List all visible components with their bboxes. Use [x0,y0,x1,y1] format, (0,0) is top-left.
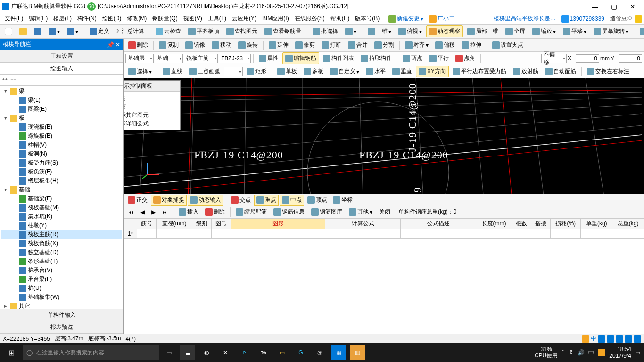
tray-clock[interactable]: 18:542017/9/4 [609,346,631,360]
ime-s-icon[interactable] [582,335,589,343]
menu-edit[interactable]: 编辑(E) [26,14,50,24]
menu-help[interactable]: 帮助(H) [328,14,353,24]
batchsel-button[interactable]: 批选择 [310,25,341,37]
zoom-button[interactable]: 缩放▾ [529,25,559,37]
single-button[interactable]: 单板 [274,66,300,77]
local3d-button[interactable]: 局部三维 [464,25,501,37]
tree-other[interactable]: 其它 [19,302,30,309]
tray-ime-icon[interactable]: 中 [588,349,594,357]
cloudcheck-button[interactable]: 云检查 [153,25,184,37]
grid-close[interactable]: 关闭 [376,206,393,218]
tree-sump[interactable]: 集水坑(K) [28,213,52,221]
customdef-button[interactable]: 自定义▾ [327,66,362,77]
tray-notif-icon[interactable]: ▭ [635,349,640,356]
arc3-button[interactable]: 三点画弧 [186,66,223,77]
cell[interactable] [192,229,211,239]
x-input[interactable] [576,54,599,63]
corner-button[interactable]: 点角 [453,52,478,64]
tab-engineering[interactable]: 工程设置 [0,50,123,63]
menu-floor[interactable]: 楼层(L) [50,14,74,24]
ime-cn[interactable]: 中 [591,335,596,343]
min-button[interactable]: — [586,1,604,12]
ortho-button[interactable]: 正交 [125,195,150,206]
mid-button[interactable]: 中点 [280,195,304,206]
tab-single-input[interactable]: 单构件输入 [0,309,123,321]
cell[interactable] [157,229,192,239]
define-button[interactable]: 定义 [87,25,112,37]
parallelrebar-button[interactable]: 平行边布置受力筋 [450,66,509,77]
app5-icon[interactable]: ◎ [312,345,327,360]
col-desc[interactable]: 公式描述 [401,219,476,229]
offset-button[interactable]: 偏移 [432,39,458,51]
cell[interactable] [325,229,401,239]
tree-raftneg[interactable]: 筏板负筋(X) [28,239,58,247]
parallel-button[interactable]: 平行 [426,52,452,64]
grid-other[interactable]: 其他▾ [346,206,375,218]
row-1-hdr[interactable]: 1* [124,229,137,239]
status-ico3[interactable] [616,335,623,343]
grid-insert[interactable]: 插入 [176,206,201,218]
tree-spiralslab[interactable]: 螺旋板(B) [28,132,52,140]
status-ico2[interactable] [607,335,614,343]
app4-icon[interactable]: G [293,345,308,360]
copy-button[interactable]: 复制 [156,39,182,51]
grid-delete[interactable]: 删除 [202,206,228,218]
tree-foundation[interactable]: 基础 [19,186,30,194]
nav-first[interactable]: ⏮ [125,207,137,217]
tree-ringbeam[interactable]: 圈梁(E) [28,105,47,113]
base-button[interactable]: 坐标 [330,195,355,206]
redo-button[interactable]: ▾ [64,26,81,37]
item-combo[interactable]: FBZJ-23 [219,54,251,63]
cell[interactable] [612,229,644,239]
tree-beam[interactable]: 梁 [19,87,25,95]
cell[interactable] [476,229,512,239]
twopt-button[interactable]: 两点 [400,52,425,64]
app7-icon[interactable]: ▥ [350,345,365,360]
tree-fbeam[interactable]: 基础梁(F) [28,195,52,203]
vert-button[interactable]: 垂直 [389,66,415,77]
drawing-canvas[interactable]: 钢筋显示控制面板 面筋 底筋 显示其它图元 显示详细公式 [124,78,644,194]
col-shape[interactable]: 图形 [231,219,325,229]
select-button[interactable]: 选择▾ [125,66,155,77]
weight-button[interactable]: 重点 [254,195,279,206]
app1-icon[interactable]: ⬓ [180,345,195,360]
tree-beam-l[interactable]: 梁(L) [28,96,41,104]
tree-raft[interactable]: 筏板基础(M) [28,204,59,212]
menu-online[interactable]: 在线服务(S) [292,14,328,24]
editrebar-button[interactable]: 编辑钢筋 [282,52,319,64]
nav-next[interactable]: ▶ [149,207,158,217]
swaplabel-button[interactable]: 交换左右标注 [584,66,632,77]
delete-button[interactable]: 删除 [125,39,151,51]
rect-button[interactable]: 矩形 [244,66,269,77]
tree-castslab[interactable]: 现浇板(B) [28,123,52,131]
menu-bim[interactable]: BIM应用(I) [259,14,292,24]
undo-button[interactable]: ▾ [46,26,63,37]
menu-cloud[interactable]: 云应用(Y) [229,14,259,24]
menu-tool[interactable]: 工具(T) [205,14,229,24]
inter-button[interactable]: 交点 [229,195,253,206]
component-tree[interactable]: ▾梁 梁(L) 圈梁(E) ▾板 现浇板(B) 螺旋板(B) 柱帽(V) 板洞(… [0,86,123,309]
pan-button[interactable]: 平移▾ [560,25,589,37]
cell[interactable] [137,229,157,239]
selfloor-button[interactable]: 选择楼层 [637,25,644,37]
attr-button[interactable]: 属性 [256,52,281,64]
y-input[interactable] [619,54,642,63]
tab-report[interactable]: 报表预览 [0,321,123,334]
menu-rebar[interactable]: 钢筋量(Q) [149,14,180,24]
tree-capbeam[interactable]: 承台梁(F) [28,275,52,283]
stretch-button[interactable]: 拉伸 [459,39,484,51]
edge-icon[interactable]: e [237,345,252,360]
col-unitw[interactable]: 单重(kg) [581,219,612,229]
menu-modify[interactable]: 修改(M) [124,14,149,24]
open-button[interactable] [17,26,30,37]
grid-rebarlib[interactable]: 钢筋图库 [308,206,345,218]
tree-pillarcap[interactable]: 柱帽(V) [28,141,47,149]
extra1-button[interactable]: ▾ [342,26,359,37]
xy-button[interactable]: XY方向 [416,66,449,77]
cell[interactable] [401,229,476,239]
col-drawno[interactable]: 图号 [212,219,231,229]
app6-icon[interactable]: ▦ [331,345,346,360]
extend-button[interactable]: 延伸 [266,39,291,51]
cell[interactable] [212,229,231,239]
empty-combo[interactable] [224,67,243,76]
